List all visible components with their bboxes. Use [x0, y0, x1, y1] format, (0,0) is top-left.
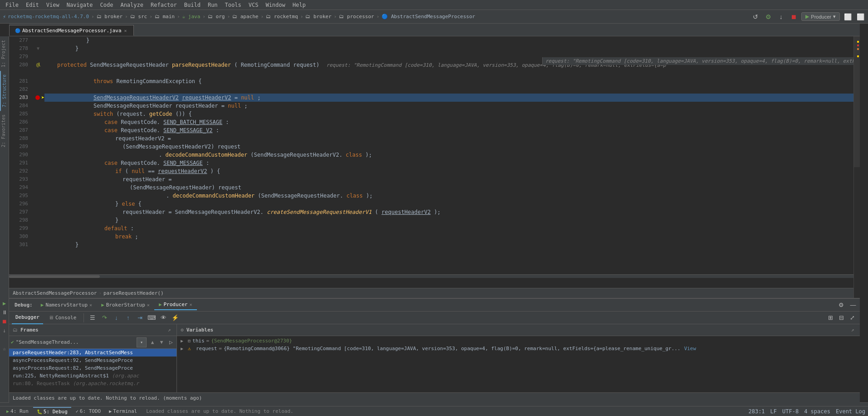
status-position[interactable]: 283:1	[748, 408, 765, 415]
variable-this-expand[interactable]: ▶	[181, 338, 186, 343]
thread-nav-down[interactable]: ▼	[157, 338, 166, 347]
menu-item-run[interactable]: Run	[204, 1, 221, 9]
frame-item-4[interactable]: run:80, RequestTask (org.apache.rocketmq…	[9, 380, 177, 387]
status-encoding[interactable]: UTF-8	[782, 408, 799, 415]
debug-tab-namesrv[interactable]: ▶ NamesrvStartup ✕	[36, 300, 97, 310]
debugger-sub-tab[interactable]: Debugger	[12, 312, 43, 324]
stop-button[interactable]: ⏹	[789, 12, 799, 22]
frame-item-2[interactable]: asyncProcessRequest:82, SendMessageProce	[9, 364, 177, 372]
code-line-301: 301 }	[9, 241, 860, 249]
menu-item-code[interactable]: Code	[97, 1, 117, 9]
breadcrumb-broker[interactable]: 🗂 broker	[97, 14, 123, 20]
code-line-293: 293 requestHeader =	[9, 175, 860, 183]
debug-settings-button[interactable]: ⚙	[836, 300, 846, 310]
frames-expand-icon[interactable]: ↗	[166, 327, 173, 334]
code-line-291: 291 case RequestCode. SEND_MESSAGE :	[9, 159, 860, 167]
watch-button[interactable]: 👁	[158, 313, 168, 323]
step-over-button[interactable]: ↷	[99, 313, 109, 323]
variable-request-name: request	[196, 346, 217, 352]
breadcrumb-java[interactable]: ☕ java	[182, 14, 201, 20]
thread-dropdown[interactable]: ▾	[137, 337, 147, 347]
bottom-tab-run[interactable]: ▶ 4: Run	[3, 407, 32, 415]
menu-item-file[interactable]: File	[2, 1, 22, 9]
debug-step-icon[interactable]: ↓	[1, 327, 8, 334]
debug-resume-icon[interactable]: ▶	[1, 300, 8, 307]
breadcrumb-apache[interactable]: 🗂 apache	[232, 14, 258, 20]
plugin-button[interactable]: ⚙	[763, 12, 773, 22]
debug-broker-close[interactable]: ✕	[147, 302, 150, 307]
sync-button[interactable]: ↓	[776, 12, 786, 22]
frame-item-1[interactable]: asyncProcessRequest:92, SendMessageProce	[9, 357, 177, 364]
debug-pause-icon[interactable]: ⏸	[1, 309, 8, 316]
run-to-cursor-button[interactable]: ⇥	[135, 313, 145, 323]
status-indent[interactable]: 4 spaces	[804, 408, 830, 415]
debug-minimize-button[interactable]: —	[848, 300, 858, 310]
refresh-button[interactable]: ↺	[750, 12, 760, 22]
thread-filter-button[interactable]: ▷	[167, 339, 175, 346]
debug-tab-broker[interactable]: ▶ BrokerStartup ✕	[97, 300, 154, 310]
evaluate-button[interactable]: ⌨	[147, 313, 157, 323]
restore-layout-button[interactable]: ⊞	[825, 313, 835, 323]
status-event-log[interactable]: Event Log	[836, 408, 865, 415]
menu-item-view[interactable]: View	[43, 1, 63, 9]
step-into-button[interactable]: ↓	[111, 313, 121, 323]
breadcrumb-org[interactable]: 🗂 org	[208, 14, 225, 20]
sidebar-item-structure[interactable]: 7: Structure	[0, 71, 9, 111]
sidebar-item-project[interactable]: 1: Project	[0, 36, 9, 71]
run-config-button[interactable]: ▶ Producer ▾	[801, 12, 840, 21]
code-line-292: 292 if ( null == requestHeaderV2 ) {	[9, 167, 860, 175]
breadcrumb-class-item[interactable]: AbstractSendMessageProcessor	[13, 290, 97, 296]
trace-button[interactable]: ⚡	[170, 313, 180, 323]
menu-item-vcs[interactable]: VCS	[245, 1, 262, 9]
sidebar-item-favorites[interactable]: 2: Favorites	[0, 111, 9, 151]
status-lf[interactable]: LF	[770, 408, 777, 415]
variable-request-value: {RemotingCommand@3066} "RemotingCommand …	[224, 346, 681, 352]
console-sub-tab[interactable]: 🖥Console	[45, 312, 80, 324]
editor-container[interactable]: request: "RemotingCommand [code=310, lan…	[9, 36, 860, 288]
menu-item-edit[interactable]: Edit	[22, 1, 43, 9]
variable-request-expand[interactable]: ▶	[181, 346, 186, 351]
menu-item-navigate[interactable]: Navigate	[63, 1, 97, 9]
tab-close-icon[interactable]: ✕	[123, 28, 128, 33]
breadcrumb-class[interactable]: 🔵 AbstractSendMessageProcessor	[382, 14, 475, 20]
variable-request-view-link[interactable]: View	[684, 346, 696, 352]
breadcrumb-processor[interactable]: 🗂 processor	[339, 14, 374, 20]
menu-item-window[interactable]: Window	[262, 1, 289, 9]
editor-tab-active[interactable]: 🔵 AbstractSendMessageProcessor.java ✕	[9, 25, 134, 36]
menu-item-tools[interactable]: Tools	[221, 1, 245, 9]
thread-nav-up[interactable]: ▲	[148, 338, 157, 347]
code-line-287: 287 case RequestCode. SEND_MESSAGE_V2 :	[9, 126, 860, 134]
breadcrumb-method-item[interactable]: parseRequestHeader()	[103, 290, 163, 296]
variables-expand-icon[interactable]: ↗	[849, 327, 856, 334]
code-line-294: 294 (SendMessageRequestHeader) request	[9, 183, 860, 192]
breadcrumb-src[interactable]: 🗂 src	[130, 14, 147, 20]
bottom-tab-terminal[interactable]: ▶ Terminal	[105, 407, 141, 415]
menu-item-analyze[interactable]: Analyze	[117, 1, 147, 9]
frame-item-0[interactable]: parseRequestHeader:283, AbstractSendMess	[9, 349, 177, 357]
show-frames-button[interactable]: ☰	[88, 313, 98, 323]
breadcrumb-main[interactable]: 🗂 main	[155, 14, 175, 20]
variable-this: ▶ ⊞ this = {SendMessageProcessor@2730}	[177, 337, 860, 345]
debug-tab-producer[interactable]: ▶ Producer ✕	[154, 300, 197, 310]
maximize-panel-button[interactable]: ⤢	[847, 313, 857, 323]
menu-item-refactor[interactable]: Refactor	[147, 1, 181, 9]
breadcrumb-broker2[interactable]: 🗂 broker	[305, 14, 331, 20]
expand-panel-button[interactable]: ⊟	[836, 313, 846, 323]
bottom-tab-debug[interactable]: 🐛 5: Debug	[33, 407, 71, 416]
menu-item-build[interactable]: Build	[181, 1, 204, 9]
debug-star-icon[interactable]: ☆	[1, 345, 8, 352]
settings-editor-button[interactable]: ⬜	[855, 12, 865, 22]
bottom-tab-todo[interactable]: ✓ 6: TODO	[72, 407, 104, 415]
debug-namesrv-icon: ▶	[41, 302, 44, 308]
breadcrumb-rocketmq[interactable]: 🗂 rocketmq	[266, 14, 298, 20]
maximize-editor-button[interactable]: ⬜	[843, 12, 853, 22]
debug-namesrv-close[interactable]: ✕	[89, 302, 92, 307]
debug-stop-icon[interactable]: ⏹	[1, 318, 8, 325]
horizontal-scrollbar[interactable]	[9, 274, 860, 278]
frame-item-3[interactable]: run:225, NettyRemotingAbstract$1 (org.ap…	[9, 372, 177, 380]
debug-producer-close[interactable]: ✕	[189, 302, 192, 307]
menu-item-help[interactable]: Help	[289, 1, 309, 9]
project-name[interactable]: rocketmq-rocketmq-all-4.7.0	[8, 14, 89, 20]
debug-content: 🗂 Frames ↗ ✔ "SendMessageThread... ▾ ▲ ▼…	[9, 324, 860, 402]
step-out-button[interactable]: ↑	[123, 313, 133, 323]
